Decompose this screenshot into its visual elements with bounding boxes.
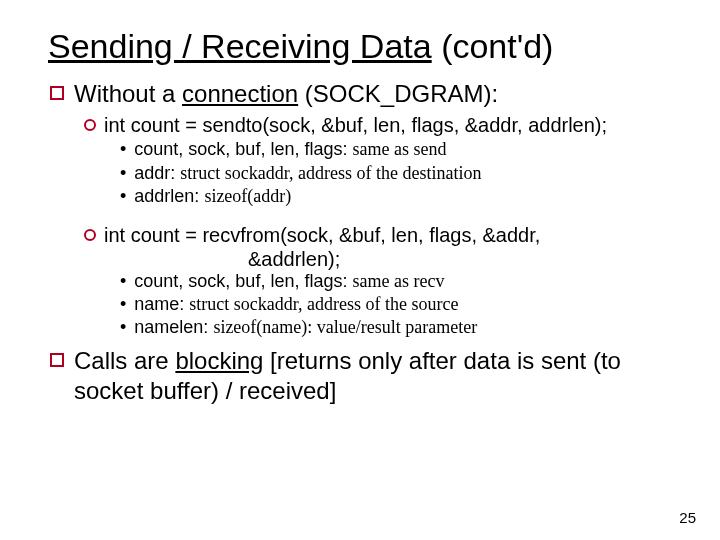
note-key: namelen: [134,317,213,337]
text: Without a [74,80,182,107]
circle-bullet-icon [84,119,96,131]
text-underline: blocking [175,347,263,374]
sendto-signature: int count = sendto(sock, &buf, len, flag… [104,113,607,138]
note-key: name: [134,294,189,314]
note: name: struct sockaddr, address of the so… [134,293,458,316]
title-main: Sending / Receiving Data [48,27,432,65]
note: count, sock, buf, len, flags: same as se… [134,138,446,161]
bullet-text: Without a connection (SOCK_DGRAM): [74,79,498,109]
note-key: count, sock, buf, len, flags: [134,271,352,291]
note: count, sock, buf, len, flags: same as re… [134,270,444,293]
dot-bullet-icon: • [120,162,126,185]
note-row: • name: struct sockaddr, address of the … [120,293,680,316]
note-val: sizeof(name): value/result parameter [213,317,477,337]
bullet-text: Calls are blocking [returns only after d… [74,346,680,406]
sub-bullet-recvfrom: int count = recvfrom(sock, &buf, len, fl… [84,223,680,248]
bullet-blocking: Calls are blocking [returns only after d… [48,346,680,406]
note: namelen: sizeof(name): value/result para… [134,316,477,339]
slide-title: Sending / Receiving Data (cont'd) [48,28,680,65]
note-row: • addr: struct sockaddr, address of the … [120,162,680,185]
dot-bullet-icon: • [120,138,126,161]
square-bullet-icon [50,86,64,100]
note-key: count, sock, buf, len, flags: [134,139,352,159]
recvfrom-signature-line2: &addrlen); [248,248,680,270]
dot-bullet-icon: • [120,316,126,339]
bullet-without-connection: Without a connection (SOCK_DGRAM): [48,79,680,109]
dot-bullet-icon: • [120,293,126,316]
note-key: addr: [134,163,180,183]
note-val: struct sockaddr, address of the destinat… [180,163,481,183]
text-underline: connection [182,80,298,107]
dot-bullet-icon: • [120,270,126,293]
note-row: • namelen: sizeof(name): value/result pa… [120,316,680,339]
text: Calls are [74,347,175,374]
recvfrom-signature-line1: int count = recvfrom(sock, &buf, len, fl… [104,223,540,248]
note-val: sizeof(addr) [204,186,291,206]
circle-bullet-icon [84,229,96,241]
note-val: same as send [352,139,446,159]
square-bullet-icon [50,353,64,367]
dot-bullet-icon: • [120,185,126,208]
text: (SOCK_DGRAM): [298,80,498,107]
note-val: same as recv [352,271,444,291]
slide: Sending / Receiving Data (cont'd) Withou… [0,0,720,540]
note-key: addrlen: [134,186,204,206]
note-row: • addrlen: sizeof(addr) [120,185,680,208]
note-val: struct sockaddr, address of the source [189,294,458,314]
note-row: • count, sock, buf, len, flags: same as … [120,138,680,161]
note: addrlen: sizeof(addr) [134,185,291,208]
note: addr: struct sockaddr, address of the de… [134,162,481,185]
sub-bullet-sendto: int count = sendto(sock, &buf, len, flag… [84,113,680,138]
title-suffix: (cont'd) [432,27,554,65]
note-row: • count, sock, buf, len, flags: same as … [120,270,680,293]
page-number: 25 [679,509,696,526]
